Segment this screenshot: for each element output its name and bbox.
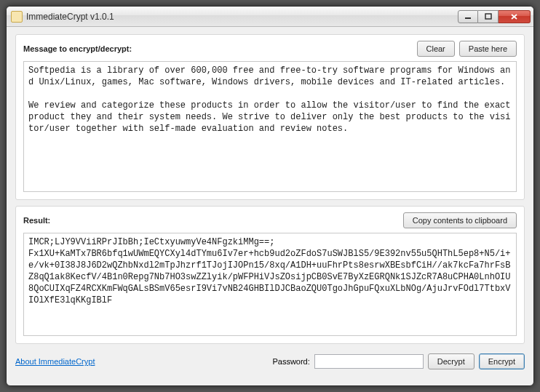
- close-button[interactable]: [499, 10, 531, 23]
- encrypt-button[interactable]: Encrypt: [479, 353, 525, 369]
- footer-row: About ImmediateCrypt Password: Decrypt E…: [15, 353, 525, 370]
- clear-button[interactable]: Clear: [417, 41, 455, 57]
- result-textarea[interactable]: [23, 233, 517, 336]
- app-window: ImmediateCrypt v1.0.1 Message to encrypt…: [6, 6, 534, 386]
- window-controls: [458, 10, 531, 23]
- about-link[interactable]: About ImmediateCrypt: [15, 357, 95, 366]
- minimize-button[interactable]: [458, 10, 478, 23]
- message-textarea[interactable]: [23, 61, 517, 192]
- password-input[interactable]: [314, 354, 424, 369]
- decrypt-button[interactable]: Decrypt: [428, 353, 475, 369]
- svg-rect-1: [485, 14, 491, 19]
- maximize-button[interactable]: [478, 10, 499, 23]
- copy-clipboard-button[interactable]: Copy contents to clipboard: [403, 212, 517, 228]
- message-group: Message to encrypt/decrypt: Clear Paste …: [15, 34, 525, 200]
- titlebar[interactable]: ImmediateCrypt v1.0.1: [7, 7, 533, 27]
- client-area: Message to encrypt/decrypt: Clear Paste …: [7, 27, 533, 385]
- window-title: ImmediateCrypt v1.0.1: [26, 12, 458, 22]
- close-icon: [510, 13, 518, 20]
- app-icon: [11, 11, 23, 23]
- maximize-icon: [485, 13, 492, 20]
- message-label: Message to encrypt/decrypt:: [23, 44, 413, 53]
- password-label: Password:: [272, 357, 309, 366]
- result-header: Result: Copy contents to clipboard: [23, 212, 517, 228]
- message-header: Message to encrypt/decrypt: Clear Paste …: [23, 41, 517, 57]
- minimize-icon: [464, 13, 472, 20]
- result-group: Result: Copy contents to clipboard: [15, 206, 525, 344]
- result-label: Result:: [23, 216, 399, 225]
- paste-here-button[interactable]: Paste here: [459, 41, 517, 57]
